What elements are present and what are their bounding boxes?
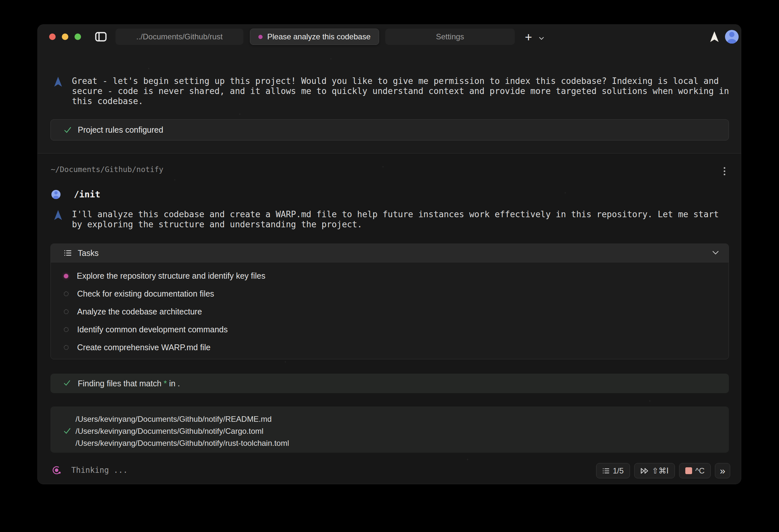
- ai-message-row: I'll analyze this codebase and create a …: [54, 209, 731, 229]
- file-result-row: /Users/kevinyang/Documents/Github/notify…: [63, 437, 729, 449]
- thinking-spinner-icon: [52, 466, 61, 475]
- new-tab-button[interactable]: +: [521, 30, 536, 44]
- user-command: /init: [74, 189, 100, 199]
- conversation-block-init: ~/Documents/Github/notify /init I'll ana…: [38, 153, 741, 484]
- warp-logo-icon: [710, 30, 719, 43]
- task-progress-button[interactable]: 1/5: [596, 463, 630, 478]
- file-result-row: /Users/kevinyang/Documents/Github/notify…: [63, 425, 729, 437]
- ai-message-text: Great - let's begin setting up this proj…: [72, 76, 731, 106]
- tab-settings[interactable]: Settings: [385, 28, 515, 45]
- glob-pattern: *: [164, 379, 167, 388]
- file-results-box[interactable]: /Users/kevinyang/Documents/Github/notify…: [50, 406, 729, 453]
- tab-label: Settings: [436, 32, 464, 41]
- tab-label: ../Documents/Github/rust: [136, 32, 223, 41]
- task-row: Analyze the codebase architecture: [51, 303, 729, 321]
- task-row: Check for existing documentation files: [51, 285, 729, 303]
- task-active-dot: [64, 274, 68, 278]
- task-pending-circle: [64, 327, 69, 332]
- minimize-window-button[interactable]: [62, 34, 68, 40]
- stop-square-icon: [685, 467, 692, 474]
- close-window-button[interactable]: [49, 34, 56, 40]
- task-pending-circle: [64, 291, 69, 296]
- agent-status-bar: Thinking ... 1/5: [38, 463, 741, 478]
- task-pending-circle: [64, 309, 69, 314]
- background-noise: [38, 153, 39, 154]
- background-noise: [38, 49, 39, 50]
- working-directory: ~/Documents/Github/notify: [51, 165, 163, 174]
- tasks-panel-title: Tasks: [78, 249, 706, 258]
- check-icon: [63, 427, 71, 435]
- tasks-list: Explore the repository structure and ide…: [51, 262, 729, 356]
- fast-forward-icon: [640, 467, 649, 475]
- zoom-window-button[interactable]: [74, 34, 81, 40]
- expand-actions-button[interactable]: »: [715, 463, 730, 478]
- agent-action-buttons: 1/5 ⇧⌘I ^C »: [596, 463, 730, 478]
- skip-to-input-button[interactable]: ⇧⌘I: [634, 463, 675, 478]
- tab-label: Please analyze this codebase: [267, 32, 371, 41]
- tab-bar: ../Documents/Github/rust Please analyze …: [38, 25, 741, 49]
- user-command-row: /init: [51, 189, 100, 199]
- user-avatar: [51, 190, 61, 199]
- skip-shortcut-label: ⇧⌘I: [652, 466, 669, 475]
- warp-ai-icon: [54, 77, 62, 87]
- check-icon: [63, 380, 71, 387]
- task-pending-circle: [64, 345, 69, 350]
- ai-message-text: I'll analyze this codebase and create a …: [72, 209, 731, 229]
- thinking-label: Thinking ...: [71, 466, 128, 475]
- interrupt-button[interactable]: ^C: [679, 463, 711, 478]
- user-avatar[interactable]: [725, 30, 739, 44]
- file-result-row: /Users/kevinyang/Documents/Github/notify…: [63, 413, 729, 425]
- tab-list-chevron-icon[interactable]: [539, 36, 544, 41]
- task-progress-count: 1/5: [613, 466, 623, 475]
- task-row: Explore the repository structure and ide…: [51, 267, 729, 285]
- tab-activity-dot: [258, 35, 262, 39]
- project-rules-banner[interactable]: Project rules configured: [50, 119, 729, 140]
- ai-message-row: Great - let's begin setting up this proj…: [54, 76, 731, 106]
- tasks-panel: Tasks Explore the repository structure a…: [50, 244, 729, 359]
- interrupt-shortcut-label: ^C: [696, 466, 705, 475]
- conversation-block-indexing: Great - let's begin setting up this proj…: [38, 49, 741, 153]
- block-menu-button[interactable]: [718, 164, 731, 178]
- task-row: Identify common development commands: [51, 321, 729, 338]
- finding-files-label: Finding files that match * in .: [78, 379, 180, 388]
- project-rules-label: Project rules configured: [78, 125, 163, 135]
- task-list-icon: [64, 249, 72, 257]
- sidebar-toggle-icon[interactable]: [95, 32, 107, 42]
- tasks-panel-header[interactable]: Tasks: [51, 244, 729, 262]
- task-row: Create comprehensive WARP.md file: [51, 338, 729, 356]
- finding-files-status[interactable]: Finding files that match * in .: [50, 374, 729, 393]
- tab-documents-github-rust[interactable]: ../Documents/Github/rust: [116, 28, 243, 45]
- warp-ai-icon: [54, 210, 62, 220]
- collapse-tasks-chevron-icon[interactable]: [712, 250, 719, 256]
- check-icon: [64, 126, 72, 134]
- task-list-icon: [602, 467, 609, 474]
- tab-please-analyze-codebase[interactable]: Please analyze this codebase: [250, 28, 379, 45]
- warp-window: ../Documents/Github/rust Please analyze …: [38, 24, 741, 484]
